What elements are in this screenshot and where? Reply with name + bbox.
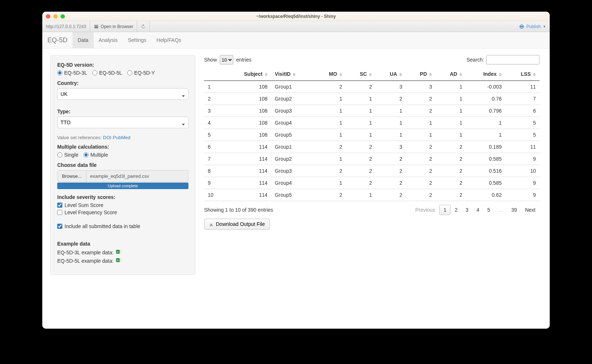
include-all-checkbox[interactable] bbox=[57, 224, 62, 229]
col-ad[interactable]: AD bbox=[436, 68, 466, 81]
multi-option-single[interactable]: Single bbox=[57, 152, 78, 158]
open-in-browser-button[interactable]: Open in Browser bbox=[90, 21, 137, 32]
cell: 3 bbox=[406, 81, 436, 93]
tab-settings[interactable]: Settings bbox=[123, 32, 152, 48]
table-row[interactable]: 4108Group41111115 bbox=[204, 117, 540, 129]
cell: 2 bbox=[346, 141, 376, 153]
length-control: Show 10 entries bbox=[204, 55, 252, 64]
cell: 1 bbox=[436, 81, 466, 93]
pager-page-5[interactable]: 5 bbox=[483, 205, 494, 215]
show-label: Show bbox=[204, 57, 217, 63]
sort-icon bbox=[399, 73, 402, 76]
pager-page-2[interactable]: 2 bbox=[451, 205, 461, 215]
table-row[interactable]: 8114Group3222220.51610 bbox=[204, 165, 540, 177]
example-data-header: Example data bbox=[57, 241, 188, 247]
cell: 114 bbox=[224, 189, 271, 201]
col-pd[interactable]: PD bbox=[406, 68, 436, 81]
svg-rect-11 bbox=[120, 261, 121, 262]
tab-analysis[interactable]: Analysis bbox=[94, 32, 123, 48]
download-output-button[interactable]: Download Output File bbox=[204, 219, 270, 230]
cell: 6 bbox=[505, 105, 540, 117]
pager-page-39[interactable]: 39 bbox=[507, 205, 521, 215]
cell: 108 bbox=[224, 129, 271, 141]
example-3l-row: EQ-5D-3L example data: X bbox=[57, 249, 188, 256]
col-visitid[interactable]: VisitID bbox=[271, 68, 314, 81]
close-window-button[interactable] bbox=[46, 14, 50, 19]
example-5l-download[interactable]: X bbox=[116, 257, 122, 264]
col-rownum[interactable] bbox=[204, 68, 224, 81]
reload-button[interactable] bbox=[137, 21, 150, 32]
type-select[interactable]: TTO bbox=[57, 117, 188, 128]
length-select[interactable]: 10 bbox=[220, 55, 233, 64]
pager-page-3[interactable]: 3 bbox=[461, 205, 472, 215]
pubmed-link[interactable]: PubMed bbox=[113, 135, 130, 140]
datatable-header: Show 10 entries Search: bbox=[204, 55, 540, 64]
tab-data[interactable]: Data bbox=[73, 32, 94, 48]
minimize-window-button[interactable] bbox=[53, 14, 58, 19]
publish-button[interactable]: Publish ▼ bbox=[515, 24, 550, 29]
version-option-eq-5d-y[interactable]: EQ-5D-Y bbox=[127, 70, 155, 76]
cell: Group2 bbox=[271, 153, 314, 165]
severity-label: Include severity scores: bbox=[57, 194, 188, 200]
table-row[interactable]: 9114Group4122220.5859 bbox=[204, 177, 540, 189]
country-select[interactable]: UK bbox=[57, 88, 188, 100]
pager-page-1[interactable]: 1 bbox=[439, 205, 451, 215]
file-input[interactable]: Browse... example_eq5d3l_paired.csv bbox=[57, 170, 188, 182]
example-5l-label: EQ-5D-5L example data: bbox=[57, 258, 113, 264]
table-row[interactable]: 2108Group2112210.767 bbox=[204, 93, 540, 105]
pager-next[interactable]: Next bbox=[521, 205, 540, 215]
entries-label: entries bbox=[236, 57, 252, 63]
table-row[interactable]: 5108Group51111115 bbox=[204, 129, 540, 141]
cell: 1 bbox=[436, 93, 466, 105]
version-radio[interactable] bbox=[57, 70, 62, 75]
cell: 2 bbox=[406, 141, 436, 153]
doi-link[interactable]: DOI bbox=[103, 135, 112, 140]
cell: 2 bbox=[406, 105, 436, 117]
table-row[interactable]: 1108Group122331-0.00311 bbox=[204, 81, 540, 93]
zoom-window-button[interactable] bbox=[61, 14, 65, 19]
browse-button[interactable]: Browse... bbox=[58, 171, 86, 181]
rstudio-toolbar: http://127.0.0.1:7243 Open in Browser Pu… bbox=[42, 21, 550, 32]
multi-option-multiple[interactable]: Multiple bbox=[83, 152, 108, 158]
col-lss[interactable]: LSS bbox=[505, 68, 540, 81]
cell: 2 bbox=[346, 81, 376, 93]
version-radio[interactable] bbox=[127, 70, 132, 75]
cell: 7 bbox=[505, 93, 540, 105]
example-3l-download[interactable]: X bbox=[116, 249, 122, 256]
table-row[interactable]: 3108Group3111210.7966 bbox=[204, 105, 540, 117]
lss-checkbox-row[interactable]: Level Sum Score bbox=[57, 202, 188, 208]
svg-text:X: X bbox=[117, 259, 119, 262]
table-row[interactable]: 6114Group1223220.18911 bbox=[204, 141, 540, 153]
lss-checkbox[interactable] bbox=[57, 203, 62, 208]
cell: 2 bbox=[375, 153, 406, 165]
cell: 108 bbox=[224, 105, 271, 117]
cell: 10 bbox=[204, 189, 224, 201]
col-ua[interactable]: UA bbox=[375, 68, 406, 81]
multi-radio-label: Single bbox=[64, 152, 78, 158]
include-all-checkbox-row[interactable]: Include all submitted data in table bbox=[57, 223, 188, 229]
col-subject[interactable]: Subject bbox=[224, 68, 271, 81]
svg-rect-10 bbox=[120, 261, 121, 261]
titlebar: ~/workspace/R/eq5d/inst/shiny - Shiny bbox=[42, 12, 550, 21]
version-radio[interactable] bbox=[92, 70, 97, 75]
traffic-lights bbox=[46, 14, 65, 19]
col-sc[interactable]: SC bbox=[346, 68, 376, 81]
table-row[interactable]: 10114Group5212220.629 bbox=[204, 189, 540, 201]
cell: 1 bbox=[346, 129, 376, 141]
type-label: Type: bbox=[57, 109, 188, 114]
version-option-eq-5d-3l[interactable]: EQ-5D-3L bbox=[57, 70, 87, 76]
search-input[interactable] bbox=[486, 55, 540, 64]
pager-page-4[interactable]: 4 bbox=[472, 205, 483, 215]
version-option-eq-5d-5l[interactable]: EQ-5D-5L bbox=[92, 70, 122, 76]
tab-help-faqs[interactable]: Help/FAQs bbox=[151, 32, 186, 48]
multi-radio[interactable] bbox=[57, 152, 62, 157]
col-index[interactable]: Index bbox=[466, 68, 505, 81]
lfs-checkbox-row[interactable]: Level Frequency Score bbox=[57, 210, 188, 215]
cell: Group4 bbox=[271, 177, 314, 189]
table-row[interactable]: 7114Group2122220.5859 bbox=[204, 153, 540, 165]
lfs-checkbox[interactable] bbox=[57, 210, 62, 215]
cell: 2 bbox=[346, 153, 376, 165]
multi-radio[interactable] bbox=[83, 152, 89, 157]
sort-icon bbox=[533, 73, 536, 76]
col-mo[interactable]: MO bbox=[314, 68, 346, 81]
